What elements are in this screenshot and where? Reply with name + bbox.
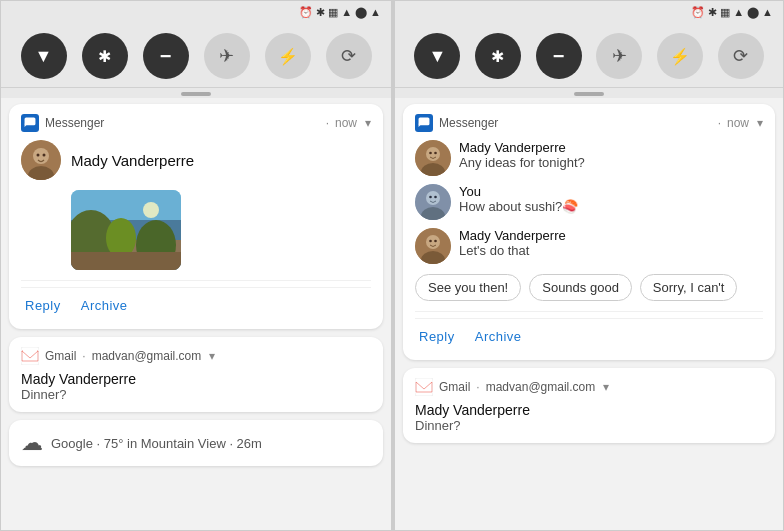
wifi-icon-btn-r: ▼: [428, 46, 446, 67]
smart-reply-0[interactable]: See you then!: [415, 274, 521, 301]
dnd-toggle-r[interactable]: −: [536, 33, 582, 79]
bluetooth-icon: ✱: [98, 47, 111, 66]
svg-point-24: [434, 152, 437, 155]
reply-button-right[interactable]: Reply: [415, 323, 459, 350]
avatar-mady-thread2: [415, 228, 451, 264]
signal-icon-r: ▦: [720, 6, 730, 19]
message-image: [71, 190, 181, 270]
archive-button-right[interactable]: Archive: [471, 323, 526, 350]
left-quick-settings: ▼ ✱ − ✈ ⚡ ⟳: [1, 23, 391, 88]
message-text-3: Let's do that: [459, 243, 763, 258]
messenger-sender-row: Mady Vanderperre: [21, 140, 371, 180]
svg-point-23: [429, 152, 432, 155]
message-row-2: You How about sushi?🍣: [415, 184, 763, 220]
wifi-toggle[interactable]: ▼: [21, 33, 67, 79]
gmail-subject-left: Dinner?: [21, 387, 371, 402]
right-gmail-notification: Gmail · madvan@gmail.com ▾ Mady Vanderpe…: [403, 368, 775, 443]
left-phone-panel: ⏰ ✱ ▦ ▲ ⬤ ▲ ▼ ✱ − ✈ ⚡ ⟳: [0, 0, 392, 531]
battery-icon-r: ⬤: [747, 6, 759, 19]
messenger-header: Messenger · now ▾: [21, 114, 371, 132]
svg-point-7: [43, 154, 46, 157]
smart-reply-1[interactable]: Sounds good: [529, 274, 632, 301]
rotate-icon-btn-r: ⟳: [733, 45, 748, 67]
avatar-you-thread: [415, 184, 451, 220]
gmail-icon-left: [21, 347, 39, 365]
bluetooth-toggle[interactable]: ✱: [82, 33, 128, 79]
gmail-sender-left: Mady Vanderperre: [21, 371, 371, 387]
left-status-bar: ⏰ ✱ ▦ ▲ ⬤ ▲: [1, 1, 391, 23]
flashlight-icon-btn-r: ⚡: [670, 47, 690, 66]
gmail-app-name-right: Gmail: [439, 380, 470, 394]
dnd-icon-btn-r: −: [553, 45, 565, 68]
smart-reply-2[interactable]: Sorry, I can't: [640, 274, 738, 301]
svg-point-28: [429, 196, 432, 199]
message-text-2: How about sushi?🍣: [459, 199, 763, 214]
svg-point-29: [434, 196, 437, 199]
rotate-toggle-r[interactable]: ⟳: [718, 33, 764, 79]
dnd-icon: −: [160, 45, 172, 68]
message-sender-3: Mady Vanderperre: [459, 228, 763, 243]
message-text-1: Any ideas for tonight?: [459, 155, 763, 170]
dot-separator-r: ·: [718, 116, 721, 130]
airplane-icon: ✈: [219, 45, 234, 67]
gmail-header-right: Gmail · madvan@gmail.com ▾: [415, 378, 763, 396]
gmail-app-name-left: Gmail: [45, 349, 76, 363]
chevron-down-icon-r: ▾: [757, 116, 763, 130]
messenger-actions-left: Reply Archive: [21, 287, 371, 319]
gmail-email-right: madvan@gmail.com: [486, 380, 596, 394]
google-notif-text: Google · 75° in Mountain View · 26m: [51, 436, 262, 451]
wifi-icon: ▼: [35, 46, 53, 67]
messenger-time-r: now: [727, 116, 749, 130]
chevron-down-icon: ▾: [365, 116, 371, 130]
flashlight-toggle[interactable]: ⚡: [265, 33, 311, 79]
arrow-icon: ▲: [370, 6, 381, 18]
message-content-2: You How about sushi?🍣: [459, 184, 763, 214]
svg-point-33: [429, 240, 432, 243]
reply-button-left[interactable]: Reply: [21, 292, 65, 319]
messenger-actions-right: Reply Archive: [415, 318, 763, 350]
message-thread: Mady Vanderperre Any ideas for tonight?: [415, 140, 763, 264]
wifi-toggle-r[interactable]: ▼: [414, 33, 460, 79]
alarm-icon-r: ⏰: [691, 6, 705, 19]
flashlight-toggle-r[interactable]: ⚡: [657, 33, 703, 79]
bluetooth-icon: ✱: [316, 6, 325, 19]
airplane-icon-btn-r: ✈: [612, 45, 627, 67]
rotate-toggle[interactable]: ⟳: [326, 33, 372, 79]
battery-icon: ⬤: [355, 6, 367, 19]
smart-replies: See you then! Sounds good Sorry, I can't: [415, 274, 763, 301]
wifi-icon-r: ▲: [733, 6, 744, 18]
action-divider-r: [415, 311, 763, 312]
left-status-icons: ⏰ ✱ ▦ ▲ ⬤ ▲: [299, 6, 381, 19]
arrow-icon-r: ▲: [762, 6, 773, 18]
svg-point-15: [143, 202, 159, 218]
archive-button-left[interactable]: Archive: [77, 292, 132, 319]
svg-point-34: [434, 240, 437, 243]
airplane-toggle[interactable]: ✈: [204, 33, 250, 79]
bluetooth-icon-btn-r: ✱: [491, 47, 504, 66]
bluetooth-icon-r: ✱: [708, 6, 717, 19]
gmail-subject-right: Dinner?: [415, 418, 763, 433]
bluetooth-toggle-r[interactable]: ✱: [475, 33, 521, 79]
right-scroll-indicator: [395, 88, 783, 98]
right-notifications-area: Messenger · now ▾: [395, 98, 783, 530]
scroll-pill: [181, 92, 211, 96]
messenger-app-icon: [21, 114, 39, 132]
dnd-toggle[interactable]: −: [143, 33, 189, 79]
messenger-header-r: Messenger · now ▾: [415, 114, 763, 132]
right-status-icons: ⏰ ✱ ▦ ▲ ⬤ ▲: [691, 6, 773, 19]
avatar-mady-left: [21, 140, 61, 180]
gmail-email-left: madvan@gmail.com: [92, 349, 202, 363]
left-messenger-notification: Messenger · now ▾ Mady: [9, 104, 383, 329]
message-content-3: Mady Vanderperre Let's do that: [459, 228, 763, 258]
message-row-3: Mady Vanderperre Let's do that: [415, 228, 763, 264]
messenger-time: now: [335, 116, 357, 130]
left-google-notification: ☁ Google · 75° in Mountain View · 26m: [9, 420, 383, 466]
dot3: ·: [476, 380, 479, 394]
messenger-sender-name: Mady Vanderperre: [71, 152, 194, 169]
message-content-1: Mady Vanderperre Any ideas for tonight?: [459, 140, 763, 170]
airplane-toggle-r[interactable]: ✈: [596, 33, 642, 79]
right-messenger-notification: Messenger · now ▾: [403, 104, 775, 360]
gmail-chevron-left: ▾: [209, 349, 215, 363]
wifi-icon: ▲: [341, 6, 352, 18]
avatar-mady-thread: [415, 140, 451, 176]
